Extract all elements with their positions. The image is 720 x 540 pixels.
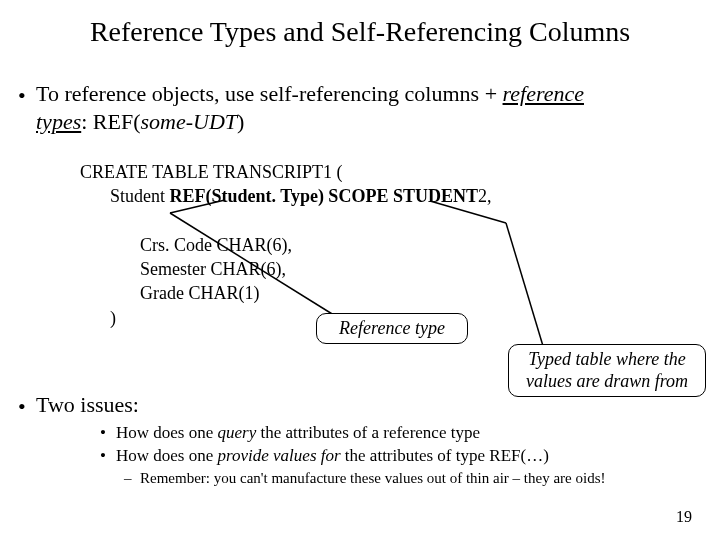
sub-bullet-remember: Remember: you can't manufacture these va…: [124, 468, 605, 488]
sb-p1c: the attributes of type REF(…): [341, 446, 549, 465]
callout-reference-type: Reference type: [316, 313, 468, 344]
sb-p1b: provide values for: [218, 446, 341, 465]
bullet-dot-icon: •: [18, 394, 26, 420]
svg-line-3: [506, 223, 543, 346]
callout-typed-l2: values are drawn from: [523, 371, 691, 393]
sub-bullet-provide: How does one provide values for the attr…: [100, 445, 605, 468]
sub-bullets: How does one query the attributes of a r…: [100, 422, 605, 488]
bullet-two-issues: • Two issues:: [36, 392, 139, 418]
callout-typed-l1: Typed table where the: [523, 349, 691, 371]
two-issues-text: Two issues:: [36, 392, 139, 417]
sb-q1b: query: [218, 423, 257, 442]
sb-q1a: How does one: [116, 423, 218, 442]
page-number: 19: [676, 508, 692, 526]
callout-typed-table: Typed table where the values are drawn f…: [508, 344, 706, 397]
sb-p1a: How does one: [116, 446, 218, 465]
svg-line-2: [430, 201, 506, 223]
sub-bullet-query: How does one query the attributes of a r…: [100, 422, 605, 445]
sb-q1c: the attributes of a reference type: [256, 423, 480, 442]
